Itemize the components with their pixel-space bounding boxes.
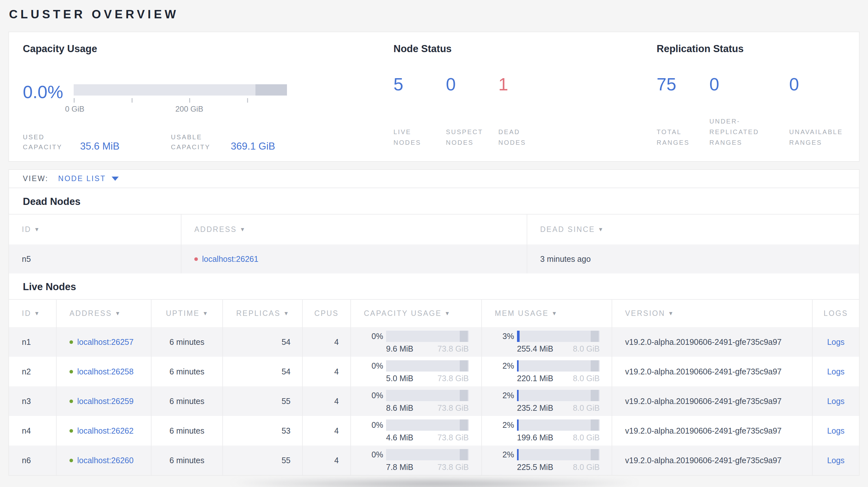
- live-node-row: n3 localhost:26259 6 minutes 55 4 0% 8.6…: [9, 386, 859, 416]
- live-col-logs: LOGS: [812, 300, 859, 327]
- node-address-link[interactable]: localhost:26259: [77, 397, 133, 406]
- node-status-section: Node Status 5 LIVE NODES 0 SUSPECT NODES…: [394, 43, 657, 161]
- node-replicas: 53: [222, 416, 302, 446]
- sort-arrow-icon: ▼: [203, 311, 208, 317]
- node-address-link[interactable]: localhost:26262: [77, 426, 133, 435]
- node-version: v19.2.0-alpha.20190606-2491-gfe735c9a97: [625, 456, 782, 465]
- node-logs-link[interactable]: Logs: [827, 337, 844, 347]
- under-replicated-count: 0: [709, 74, 789, 95]
- node-logs-link[interactable]: Logs: [827, 367, 844, 376]
- node-version: v19.2.0-alpha.20190606-2491-gfe735c9a97: [625, 426, 782, 435]
- node-capacity-usage: 0% 7.8 MiB73.8 GiB: [350, 446, 481, 475]
- live-col-cpus: CPUS: [302, 300, 350, 327]
- node-logs-link[interactable]: Logs: [827, 397, 844, 406]
- unavailable-ranges-label: UNAVAILABLE RANGES: [789, 127, 852, 148]
- suspect-nodes-count: 0: [446, 74, 498, 95]
- node-cpus: 4: [302, 416, 350, 446]
- sort-arrow-icon: ▼: [34, 226, 39, 233]
- live-nodes-count: 5: [394, 74, 446, 95]
- live-col-version[interactable]: VERSION▼: [612, 300, 812, 327]
- node-logs-link[interactable]: Logs: [827, 456, 844, 465]
- live-col-mem-usage[interactable]: MEM USAGE▼: [481, 300, 612, 327]
- node-id: n4: [9, 416, 56, 446]
- node-cpus: 4: [302, 446, 350, 475]
- node-address-link[interactable]: localhost:26257: [77, 337, 133, 347]
- live-status-dot-icon: [69, 370, 73, 374]
- dead-status-dot-icon: [194, 257, 198, 261]
- node-address-link[interactable]: localhost:26260: [77, 456, 133, 465]
- unavailable-ranges-stat: 0 UNAVAILABLE RANGES: [789, 74, 852, 148]
- unavailable-ranges-count: 0: [789, 74, 852, 95]
- node-uptime: 6 minutes: [151, 446, 222, 475]
- suspect-nodes-label: SUSPECT NODES: [446, 127, 493, 148]
- sort-arrow-icon: ▼: [598, 226, 603, 233]
- node-mem-usage: 3% 255.4 MiB8.0 GiB: [481, 327, 612, 357]
- view-dropdown[interactable]: NODE LIST: [58, 174, 119, 183]
- capacity-minibar: [386, 419, 469, 431]
- live-status-dot-icon: [69, 399, 73, 403]
- sort-arrow-icon: ▼: [115, 311, 120, 317]
- dead-node-address-link[interactable]: localhost:26261: [202, 254, 258, 264]
- node-capacity-usage: 0% 4.6 MiB73.8 GiB: [350, 416, 481, 446]
- dead-nodes-table: ID▼ ADDRESS▼ DEAD SINCE▼ n5 localhost:26…: [9, 214, 859, 273]
- node-uptime: 6 minutes: [151, 357, 222, 386]
- live-status-dot-icon: [69, 429, 73, 433]
- mem-minibar: [517, 419, 600, 431]
- live-nodes-heading: Live Nodes: [9, 273, 859, 299]
- dead-col-id[interactable]: ID▼: [9, 215, 181, 245]
- dead-col-dead-since[interactable]: DEAD SINCE▼: [527, 215, 859, 245]
- node-address-link[interactable]: localhost:26258: [77, 367, 133, 376]
- node-id: n1: [9, 327, 56, 357]
- live-nodes-stat: 5 LIVE NODES: [394, 74, 446, 148]
- capacity-minibar: [386, 331, 469, 342]
- total-ranges-stat: 75 TOTAL RANGES: [657, 74, 709, 148]
- node-replicas: 55: [222, 446, 302, 475]
- live-nodes-label: LIVE NODES: [394, 127, 424, 148]
- sort-arrow-icon: ▼: [283, 311, 289, 317]
- capacity-minibar: [386, 390, 469, 401]
- node-capacity-usage: 0% 8.6 MiB73.8 GiB: [350, 386, 481, 416]
- node-replicas: 54: [222, 357, 302, 386]
- under-replicated-stat: 0 UNDER-REPLICATED RANGES: [709, 74, 789, 148]
- node-cpus: 4: [302, 386, 350, 416]
- mem-minibar: [517, 390, 600, 401]
- live-status-dot-icon: [69, 459, 73, 462]
- live-node-row: n4 localhost:26262 6 minutes 53 4 0% 4.6…: [9, 416, 859, 446]
- nodes-card: VIEW: NODE LIST Dead Nodes ID▼ ADDRESS▼ …: [8, 169, 860, 476]
- live-col-address[interactable]: ADDRESS▼: [56, 300, 151, 327]
- dead-col-address[interactable]: ADDRESS▼: [181, 215, 527, 245]
- usable-capacity-label: USABLE CAPACITY: [171, 132, 229, 152]
- axis-label-0gib: 0 GiB: [65, 104, 84, 113]
- total-ranges-label: TOTAL RANGES: [657, 127, 687, 148]
- usable-capacity-value: 369.1 GiB: [231, 140, 275, 152]
- live-nodes-table: ID▼ ADDRESS▼ UPTIME▼ REPLICAS▼ CPUS CAPA…: [9, 299, 859, 475]
- suspect-nodes-stat: 0 SUSPECT NODES: [446, 74, 498, 148]
- sort-arrow-icon: ▼: [445, 311, 450, 317]
- live-node-row: n2 localhost:26258 6 minutes 54 4 0% 5.0…: [9, 357, 859, 386]
- live-node-row: n1 localhost:26257 6 minutes 54 4 0% 9.6…: [9, 327, 859, 357]
- live-col-replicas[interactable]: REPLICAS▼: [222, 300, 302, 327]
- view-dropdown-value: NODE LIST: [58, 174, 106, 183]
- capacity-usage-section: Capacity Usage 0.0% 0 GiB 200 GiB: [23, 43, 394, 161]
- node-status-title: Node Status: [394, 43, 657, 55]
- cluster-summary-card: Capacity Usage 0.0% 0 GiB 200 GiB: [8, 32, 860, 162]
- axis-label-200gib: 200 GiB: [175, 104, 203, 113]
- live-col-uptime[interactable]: UPTIME▼: [151, 300, 222, 327]
- node-mem-usage: 2% 235.2 MiB8.0 GiB: [481, 386, 612, 416]
- capacity-minibar: [386, 360, 469, 371]
- live-col-id[interactable]: ID▼: [9, 300, 56, 327]
- capacity-usage-bar: 0 GiB 200 GiB: [74, 76, 287, 114]
- node-mem-usage: 2% 225.5 MiB8.0 GiB: [481, 446, 612, 475]
- live-col-capacity-usage[interactable]: CAPACITY USAGE▼: [350, 300, 481, 327]
- sort-arrow-icon: ▼: [552, 311, 557, 317]
- node-mem-usage: 2% 199.6 MiB8.0 GiB: [481, 416, 612, 446]
- node-id: n3: [9, 386, 56, 416]
- node-logs-link[interactable]: Logs: [827, 426, 844, 435]
- node-uptime: 6 minutes: [151, 416, 222, 446]
- node-version: v19.2.0-alpha.20190606-2491-gfe735c9a97: [625, 367, 782, 376]
- capacity-bar-reserved-segment: [255, 84, 287, 96]
- node-id: n6: [9, 446, 56, 475]
- live-nodes-header-row: ID▼ ADDRESS▼ UPTIME▼ REPLICAS▼ CPUS CAPA…: [9, 299, 859, 327]
- used-capacity-value: 35.6 MiB: [80, 140, 119, 152]
- window-bottom-shadow: [225, 480, 644, 487]
